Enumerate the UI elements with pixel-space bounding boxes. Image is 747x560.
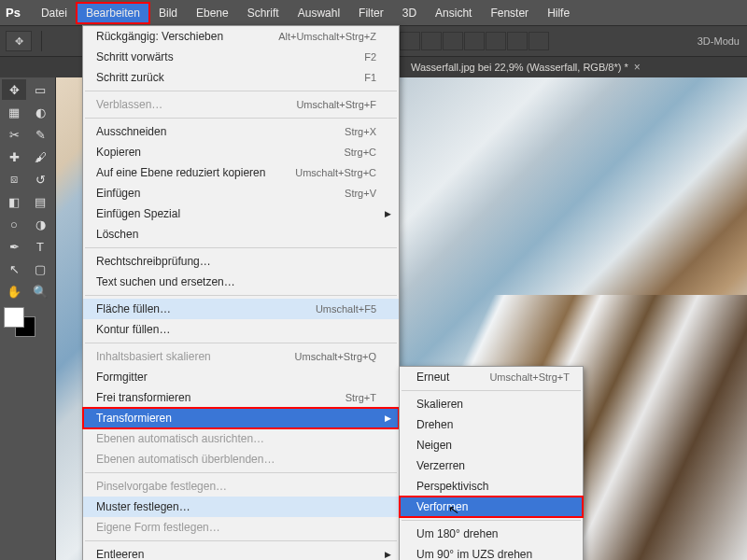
align-bottom-button[interactable] — [486, 32, 506, 50]
document-tab-title: Wasserfall.jpg bei 22,9% (Wasserfall, RG… — [411, 62, 628, 73]
move-tool[interactable]: ✥ — [2, 79, 26, 100]
menu-item-frei-transformieren[interactable]: Frei transformierenStrg+T — [83, 387, 399, 408]
menu-item-label: Frei transformieren — [96, 390, 190, 405]
color-swatches[interactable] — [2, 307, 39, 341]
menu-schrift[interactable]: Schrift — [238, 3, 289, 23]
submenu-item-verzerren[interactable]: Verzerren — [400, 455, 583, 476]
menu-3d[interactable]: 3D — [393, 3, 426, 23]
close-tab-icon[interactable]: × — [634, 61, 641, 74]
menu-item-einf-gen-spezial[interactable]: Einfügen Spezial▶ — [83, 203, 399, 224]
menu-item-shortcut: Strg+C — [344, 145, 376, 160]
menu-separator — [85, 472, 397, 473]
cursor-icon: ↖ — [447, 501, 461, 518]
menu-item-shortcut: Umschalt+F5 — [316, 301, 376, 316]
tools-panel: ✥▭ ▦◐ ✂✎ ✚🖌 ⧇↺ ◧▤ ○◑ ✒T ↖▢ ✋🔍 — [0, 77, 56, 560]
align-center-button[interactable] — [400, 32, 420, 50]
menu-item-kontur-f-llen-[interactable]: Kontur füllen… — [83, 319, 399, 340]
menu-item-kopieren[interactable]: KopierenStrg+C — [83, 142, 399, 162]
menu-item-label: Auf eine Ebene reduziert kopieren — [96, 165, 265, 180]
submenu-item-neigen[interactable]: Neigen — [400, 435, 583, 455]
align-top-button[interactable] — [443, 32, 463, 50]
document-tab[interactable]: Wasserfall.jpg bei 22,9% (Wasserfall, RG… — [402, 58, 650, 77]
menu-item-shortcut: Umschalt+Strg+Q — [295, 349, 376, 364]
distribute-v-button[interactable] — [529, 32, 549, 50]
submenu-item-perspektivisch[interactable]: Perspektivisch — [400, 476, 583, 497]
menu-item-text-suchen-und-ersetzen-[interactable]: Text suchen und ersetzen… — [83, 272, 399, 292]
menu-item-label: Schritt vorwärts — [96, 49, 174, 64]
menu-item-label: Fläche füllen… — [96, 301, 171, 316]
menu-datei[interactable]: Datei — [32, 3, 77, 23]
menu-fenster[interactable]: Fenster — [481, 3, 538, 23]
menu-bild[interactable]: Bild — [149, 3, 187, 23]
menu-item-muster-festlegen-[interactable]: Muster festlegen… — [83, 497, 399, 517]
transform-submenu: ErneutUmschalt+Strg+TSkalierenDrehenNeig… — [399, 366, 584, 560]
pen-tool[interactable]: ✒ — [2, 236, 26, 257]
submenu-arrow-icon: ▶ — [385, 547, 391, 560]
menu-separator — [85, 295, 397, 296]
crop-tool[interactable]: ✂ — [2, 124, 26, 145]
menu-item-schritt-vorw-rts[interactable]: Schritt vorwärtsF2 — [83, 47, 399, 67]
menu-item-label: Eigene Form festlegen… — [96, 520, 220, 535]
eyedropper-tool[interactable]: ✎ — [28, 124, 52, 145]
menu-auswahl[interactable]: Auswahl — [289, 3, 349, 23]
menu-item-inhaltsbasiert-skalieren: Inhaltsbasiert skalierenUmschalt+Strg+Q — [83, 346, 399, 367]
blur-tool[interactable]: ○ — [2, 214, 26, 234]
artboard-tool[interactable]: ▭ — [28, 79, 52, 100]
submenu-item-skalieren[interactable]: Skalieren — [400, 394, 583, 414]
hand-tool[interactable]: ✋ — [2, 281, 26, 301]
zoom-tool[interactable]: 🔍 — [28, 281, 52, 301]
menu-item-fl-che-f-llen-[interactable]: Fläche füllen…Umschalt+F5 — [83, 299, 399, 319]
shape-tool[interactable]: ▢ — [28, 259, 52, 279]
distribute-h-button[interactable] — [507, 32, 528, 50]
menubar: Ps Datei Bearbeiten Bild Ebene Schrift A… — [0, 0, 747, 25]
menu-separator — [402, 520, 581, 521]
menu-item-l-schen[interactable]: Löschen — [83, 224, 399, 245]
menu-item-label: Transformieren — [96, 411, 172, 426]
submenu-item-um-180-drehen[interactable]: Um 180° drehen — [400, 524, 583, 544]
menu-item-label: Einfügen — [96, 186, 140, 201]
menu-item-r-ckg-ngig-verschieben[interactable]: Rückgängig: VerschiebenAlt+Umschalt+Strg… — [83, 26, 399, 47]
align-middle-button[interactable] — [464, 32, 485, 50]
menu-item-label: Verformen — [416, 499, 468, 514]
align-group — [378, 32, 549, 50]
menu-ebene[interactable]: Ebene — [187, 3, 238, 23]
path-tool[interactable]: ↖ — [2, 259, 26, 279]
menu-item-schritt-zur-ck[interactable]: Schritt zurückF1 — [83, 67, 399, 88]
submenu-item-um-90-im-uzs-drehen[interactable]: Um 90° im UZS drehen — [400, 544, 583, 560]
menu-filter[interactable]: Filter — [349, 3, 393, 23]
menu-bearbeiten[interactable]: Bearbeiten — [77, 3, 149, 23]
menu-item-eigene-form-festlegen-: Eigene Form festlegen… — [83, 517, 399, 538]
gradient-tool[interactable]: ▤ — [28, 191, 52, 212]
menu-item-label: Schritt zurück — [96, 70, 164, 85]
menu-item-label: Verblassen… — [96, 97, 162, 112]
marquee-tool[interactable]: ▦ — [2, 102, 26, 122]
menu-item-einf-gen[interactable]: EinfügenStrg+V — [83, 183, 399, 203]
menu-separator — [85, 247, 397, 248]
app-logo: Ps — [6, 6, 21, 20]
menu-item-transformieren[interactable]: Transformieren▶ — [83, 408, 399, 428]
submenu-item-drehen[interactable]: Drehen — [400, 414, 583, 435]
foreground-swatch[interactable] — [4, 307, 24, 328]
healing-tool[interactable]: ✚ — [2, 147, 26, 167]
menu-item-formgitter[interactable]: Formgitter — [83, 367, 399, 387]
dodge-tool[interactable]: ◑ — [28, 214, 52, 234]
menu-hilfe[interactable]: Hilfe — [538, 3, 579, 23]
menu-item-ebenen-automatisch-berblenden-: Ebenen automatisch überblenden… — [83, 449, 399, 469]
align-right-button[interactable] — [421, 32, 442, 50]
eraser-tool[interactable]: ◧ — [2, 191, 26, 212]
menu-item-label: Um 90° im UZS drehen — [416, 547, 532, 560]
history-brush-tool[interactable]: ↺ — [28, 169, 52, 189]
menu-item-entleeren[interactable]: Entleeren▶ — [83, 544, 399, 560]
menu-ansicht[interactable]: Ansicht — [426, 3, 481, 23]
menu-item-ausschneiden[interactable]: AusschneidenStrg+X — [83, 121, 399, 142]
menu-item-shortcut: Umschalt+Strg+C — [295, 165, 376, 180]
stamp-tool[interactable]: ⧇ — [2, 169, 26, 189]
submenu-item-verformen[interactable]: Verformen — [400, 497, 583, 517]
brush-tool[interactable]: 🖌 — [28, 147, 52, 167]
submenu-item-erneut[interactable]: ErneutUmschalt+Strg+T — [400, 367, 583, 387]
menu-item-ebenen-automatisch-ausrichten-: Ebenen automatisch ausrichten… — [83, 428, 399, 449]
lasso-tool[interactable]: ◐ — [28, 102, 52, 122]
menu-item-auf-eine-ebene-reduziert-kopieren[interactable]: Auf eine Ebene reduziert kopierenUmschal… — [83, 162, 399, 183]
menu-item-rechtschreibpr-fung-[interactable]: Rechtschreibprüfung… — [83, 251, 399, 272]
type-tool[interactable]: T — [28, 236, 52, 257]
